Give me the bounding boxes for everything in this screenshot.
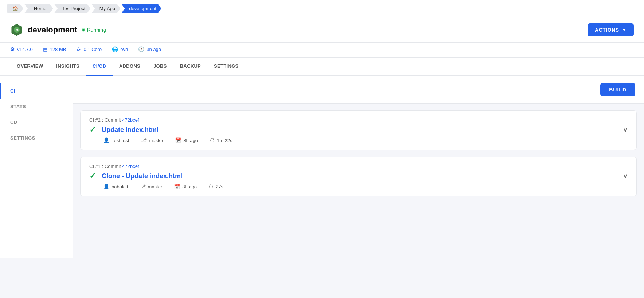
sidebar-item-stats[interactable]: STATS: [0, 99, 73, 114]
build-button[interactable]: BUILD: [600, 83, 635, 96]
ci-author-1: 👤 babulalt: [103, 184, 128, 189]
expand-icon-1[interactable]: ∨: [623, 172, 628, 180]
tab-insights[interactable]: INSIGHTS: [50, 58, 86, 76]
duration-icon: ⏱: [210, 137, 215, 143]
status-badge: Running: [82, 27, 106, 33]
calendar-icon: 📅: [175, 137, 181, 143]
ci-card-2: CI #2 : Commit 472bcef ✓ Update index.ht…: [80, 110, 637, 150]
breadcrumb-app[interactable]: My App: [91, 4, 120, 13]
meta-version: ⚙ v14.7.0: [10, 46, 33, 52]
ci-duration-2: ⏱ 1m 22s: [210, 137, 233, 143]
ci-card-left-1: ✓ Clone - Update index.html: [89, 171, 183, 181]
meta-core: ⛭ 0.1 Core: [76, 46, 102, 52]
breadcrumb-current[interactable]: development: [121, 4, 161, 13]
tab-jobs[interactable]: JOBS: [147, 58, 173, 76]
ci-card-header-2: CI #2 : Commit 472bcef: [89, 117, 628, 123]
ci-meta-2: 👤 Test test ⎇ master 📅 3h ago ⏱ 1m 22s: [89, 137, 628, 143]
chevron-down-icon: ▼: [622, 27, 627, 32]
breadcrumb-myapp[interactable]: TestProject: [54, 4, 90, 13]
tab-addons[interactable]: ADDONS: [113, 58, 147, 76]
meta-bar: ⚙ v14.7.0 ▤ 128 MB ⛭ 0.1 Core 🌐 ovh 🕐 3h…: [0, 43, 644, 58]
check-icon-2: ✓: [89, 125, 96, 134]
commit-hash-link-2[interactable]: 472bcef: [122, 117, 139, 123]
cpu-icon: ⛭: [76, 46, 81, 52]
breadcrumb-testproject[interactable]: Home: [24, 4, 53, 13]
branch-icon: ⎇: [141, 137, 147, 143]
sidebar-item-ci[interactable]: CI: [0, 83, 73, 99]
clock-icon: 🕐: [138, 46, 144, 52]
main-content: CI STATS CD SETTINGS BUILD CI #2 : Commi…: [0, 76, 644, 258]
ci-time-2: 📅 3h ago: [175, 137, 198, 143]
ci-meta-1: 👤 babulalt ⎇ master 📅 3h ago ⏱ 27s: [89, 184, 628, 189]
meta-region: 🌐 ovh: [112, 46, 128, 52]
meta-memory: ▤ 128 MB: [43, 46, 66, 52]
ci-card-body-2: ✓ Update index.html ∨: [89, 125, 628, 134]
page-title: development: [28, 25, 77, 35]
expand-icon-2[interactable]: ∨: [623, 126, 628, 134]
breadcrumb-label: Home: [34, 6, 47, 11]
ci-card-1: CI #1 : Commit 472bcef ✓ Clone - Update …: [80, 157, 637, 196]
build-row: BUILD: [73, 76, 644, 104]
ci-title-link-1[interactable]: Clone - Update index.html: [102, 172, 183, 180]
ci-branch-1: ⎇ master: [140, 184, 163, 189]
ci-card-left-2: ✓ Update index.html: [89, 125, 159, 134]
calendar-icon: 📅: [174, 184, 180, 189]
tab-settings[interactable]: SETTINGS: [207, 58, 245, 76]
meta-time: 🕐 3h ago: [138, 46, 161, 52]
memory-icon: ▤: [43, 46, 48, 52]
content-area: BUILD CI #2 : Commit 472bcef ✓ Update in…: [73, 76, 644, 258]
gear-icon: ⚙: [10, 46, 15, 52]
duration-icon: ⏱: [208, 184, 214, 189]
page-header: ⚙ development Running ACTIONS ▼: [0, 17, 644, 43]
header-left: ⚙ development Running: [10, 23, 106, 36]
commit-hash-link-1[interactable]: 472bcef: [122, 164, 139, 169]
tab-overview[interactable]: OVERVIEW: [10, 58, 50, 76]
sidebar-item-cd[interactable]: CD: [0, 114, 73, 130]
breadcrumb: 🏠 Home TestProject My App development: [0, 0, 644, 17]
tab-backup[interactable]: BACKUP: [173, 58, 207, 76]
ci-card-header-1: CI #1 : Commit 472bcef: [89, 164, 628, 169]
app-icon: ⚙: [10, 23, 23, 36]
user-icon: 👤: [103, 184, 109, 189]
tabs-bar: OVERVIEW INSIGHTS CI/CD ADDONS JOBS BACK…: [0, 58, 644, 76]
status-label: Running: [87, 27, 106, 33]
actions-button[interactable]: ACTIONS ▼: [588, 23, 634, 36]
ci-duration-1: ⏱ 27s: [208, 184, 223, 189]
ci-branch-2: ⎇ master: [141, 137, 163, 143]
sidebar-item-settings[interactable]: SETTINGS: [0, 130, 73, 146]
ci-author-2: 👤 Test test: [103, 137, 129, 143]
sidebar: CI STATS CD SETTINGS: [0, 76, 73, 258]
breadcrumb-home[interactable]: 🏠: [7, 4, 23, 13]
user-icon: 👤: [103, 137, 109, 143]
tab-cicd[interactable]: CI/CD: [86, 58, 113, 76]
globe-icon: 🌐: [112, 46, 118, 52]
breadcrumb-label: My App: [99, 6, 115, 11]
home-icon: 🏠: [12, 6, 18, 11]
status-dot: [82, 28, 85, 32]
ci-card-body-1: ✓ Clone - Update index.html ∨: [89, 171, 628, 181]
svg-text:⚙: ⚙: [15, 28, 19, 32]
breadcrumb-label: TestProject: [62, 6, 85, 11]
check-icon-1: ✓: [89, 171, 96, 181]
branch-icon: ⎇: [140, 184, 146, 189]
breadcrumb-label: development: [129, 6, 156, 11]
ci-time-1: 📅 3h ago: [174, 184, 197, 189]
ci-title-link-2[interactable]: Update index.html: [102, 126, 159, 134]
